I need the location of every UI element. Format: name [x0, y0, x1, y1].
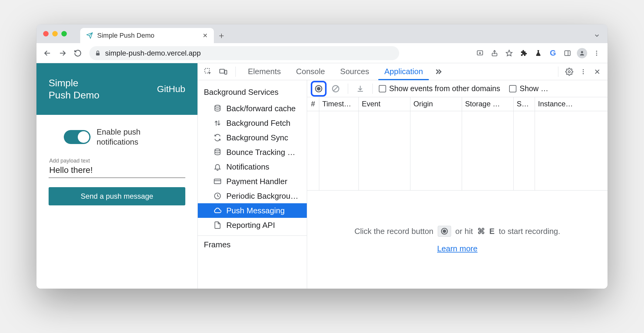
send-push-button[interactable]: Send a push message [49, 187, 185, 205]
record-button[interactable] [313, 83, 324, 94]
col-event[interactable]: Event [359, 97, 410, 111]
browser-tab[interactable]: Simple Push Demo ✕ [80, 28, 214, 43]
close-window-button[interactable] [43, 31, 49, 36]
labs-flask-icon[interactable] [532, 46, 545, 60]
events-table-header: # Timest… Event Origin Storage … S… Inst… [307, 97, 608, 111]
bell-icon [213, 162, 222, 171]
col-s[interactable]: S… [514, 97, 535, 111]
window-controls [41, 24, 71, 43]
close-tab-button[interactable]: ✕ [203, 32, 208, 39]
settings-gear-icon[interactable] [563, 66, 575, 78]
sidebar-header-background-services: Background Services [198, 83, 307, 101]
sidebar-item-back-forward-cache[interactable]: Back/forward cache [198, 101, 307, 116]
payload-label: Add payload text [49, 158, 90, 164]
events-toolbar: Show events from other domains Show … [307, 80, 608, 97]
svg-point-15 [568, 70, 570, 73]
browser-toolbar: simple-push-demo.vercel.app G [36, 43, 608, 63]
enable-push-toggle[interactable] [64, 130, 91, 144]
install-app-icon[interactable] [473, 46, 487, 60]
tabs-overflow-button[interactable] [589, 28, 605, 43]
database-icon [213, 104, 222, 113]
profile-avatar[interactable] [575, 46, 589, 60]
demo-header: Simple Push Demo GitHub [36, 63, 197, 115]
col-origin[interactable]: Origin [410, 97, 462, 111]
sidebar-item-reporting-api[interactable]: Reporting API [198, 218, 307, 232]
download-button[interactable] [354, 83, 366, 95]
svg-rect-14 [225, 70, 227, 74]
clear-button[interactable] [330, 83, 342, 95]
svg-point-8 [581, 51, 583, 53]
svg-rect-13 [220, 69, 224, 73]
demo-page: Simple Push Demo GitHub Enable push noti… [36, 63, 197, 289]
devtools-tabbar: Elements Console Sources Application [198, 63, 608, 80]
tab-elements[interactable]: Elements [242, 63, 287, 80]
show-other-domains-checkbox[interactable]: Show events from other domains [379, 84, 500, 93]
google-icon[interactable]: G [546, 46, 560, 60]
address-bar[interactable]: simple-push-demo.vercel.app [89, 46, 399, 60]
demo-title: Simple Push Demo [49, 77, 99, 101]
col-index[interactable]: # [307, 97, 319, 111]
browser-menu-button[interactable] [590, 46, 603, 60]
more-tabs-icon[interactable] [432, 66, 444, 78]
record-button-highlight [311, 81, 327, 97]
svg-point-18 [583, 73, 584, 74]
checkbox-icon [509, 85, 516, 92]
svg-rect-2 [96, 53, 100, 55]
sidebar-item-notifications[interactable]: Notifications [198, 160, 307, 174]
learn-more-link[interactable]: Learn more [437, 244, 478, 253]
svg-point-11 [596, 54, 597, 56]
side-panel-icon[interactable] [561, 46, 574, 60]
file-icon [213, 221, 222, 230]
svg-marker-5 [506, 50, 512, 56]
forward-button[interactable] [56, 46, 69, 60]
svg-point-17 [583, 71, 584, 72]
tab-sources[interactable]: Sources [334, 63, 375, 80]
svg-point-16 [583, 69, 584, 70]
new-tab-button[interactable]: ＋ [214, 28, 229, 43]
checkbox-icon [379, 85, 386, 92]
extensions-icon[interactable] [517, 46, 530, 60]
reload-button[interactable] [71, 46, 84, 60]
svg-point-32 [443, 230, 446, 233]
push-messaging-panel: Show events from other domains Show … # … [307, 80, 608, 289]
show-checkbox-2[interactable]: Show … [509, 84, 548, 93]
github-link[interactable]: GitHub [157, 84, 185, 94]
bookmark-star-icon[interactable] [502, 46, 516, 60]
col-storage[interactable]: Storage … [462, 97, 514, 111]
sidebar-item-bounce-tracking[interactable]: Bounce Tracking Mitigations [198, 145, 307, 160]
share-icon[interactable] [488, 46, 501, 60]
clock-icon [213, 191, 222, 201]
svg-point-21 [215, 105, 220, 107]
paper-plane-icon [86, 32, 93, 39]
close-devtools-button[interactable] [591, 66, 603, 78]
url-text: simple-push-demo.vercel.app [105, 49, 201, 57]
inspect-element-icon[interactable] [202, 66, 214, 78]
sync-icon [213, 133, 222, 142]
maximize-window-button[interactable] [61, 31, 67, 36]
device-toolbar-icon[interactable] [217, 66, 229, 78]
back-button[interactable] [41, 46, 54, 60]
record-icon-inline [438, 226, 451, 237]
devtools-panel: Elements Console Sources Application [197, 63, 608, 289]
sidebar-item-payment-handler[interactable]: Payment Handler [198, 174, 307, 189]
col-timestamp[interactable]: Timest… [319, 97, 359, 111]
cloud-icon [213, 206, 222, 215]
sidebar-item-background-fetch[interactable]: Background Fetch [198, 116, 307, 130]
arrows-updown-icon [213, 118, 222, 128]
sidebar-item-periodic-sync[interactable]: Periodic Background Sync [198, 189, 307, 203]
minimize-window-button[interactable] [52, 31, 58, 36]
sidebar-item-push-messaging[interactable]: Push Messaging [198, 203, 307, 218]
tab-strip: Simple Push Demo ✕ ＋ [36, 24, 608, 43]
devtools-menu-icon[interactable] [577, 66, 589, 78]
tab-console[interactable]: Console [290, 63, 331, 80]
payload-value: Hello there! [49, 165, 185, 175]
events-table-body [307, 111, 608, 190]
tab-application[interactable]: Application [378, 63, 429, 80]
payload-input[interactable]: Add payload text Hello there! [49, 156, 185, 178]
svg-rect-6 [565, 51, 570, 56]
col-instance[interactable]: Instance… [535, 97, 608, 111]
sidebar-header-frames: Frames [198, 235, 307, 254]
svg-rect-23 [214, 179, 221, 184]
sidebar-item-background-sync[interactable]: Background Sync [198, 130, 307, 145]
recording-prompt: Click the record button or hit ⌘ E to st… [355, 226, 560, 237]
